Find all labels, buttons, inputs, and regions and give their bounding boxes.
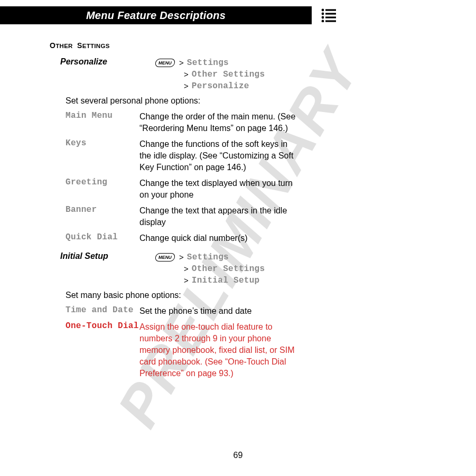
section-title-other-settings: OTHER SETTINGS [50,41,476,50]
gt-icon: > [179,251,184,263]
option-row: Banner Change the text that appears in t… [50,205,476,228]
nav-personalize: Personalize [192,80,249,92]
list-icon [321,6,337,24]
personalize-label: Personalize [50,57,155,92]
nav-line: MENU > Settings [155,251,476,263]
option-row: Keys Change the functions of the soft ke… [50,138,476,173]
option-name-quick-dial: Quick Dial [66,232,139,244]
option-name-time-date: Time and Date [66,305,139,317]
svg-point-6 [322,20,324,22]
personalize-nav-path: MENU > Settings > Other Settings > Perso… [155,57,476,92]
nav-other-settings: Other Settings [192,69,265,80]
initial-setup-intro: Set many basic phone options: [50,291,476,300]
header-bar: Menu Feature Descriptions [0,6,476,24]
option-name-banner: Banner [66,205,139,228]
svg-rect-3 [325,13,336,14]
svg-point-4 [322,16,324,19]
subsection-personalize: Personalize MENU > Settings > Other Sett… [50,57,476,92]
nav-line: > Other Settings [155,263,476,275]
option-row: One-Touch Dial Assign the one-touch dial… [50,321,476,379]
page-content: OTHER SETTINGS Personalize MENU > Settin… [0,24,476,379]
nav-other-settings: Other Settings [192,263,265,275]
nav-settings: Settings [187,57,229,69]
nav-settings: Settings [187,251,229,263]
page-number: 69 [0,451,476,460]
option-name-main-menu: Main Menu [66,111,139,134]
nav-line: > Other Settings [155,69,476,80]
nav-line: > Personalize [155,80,476,92]
option-row: Greeting Change the text displayed when … [50,178,476,201]
option-desc: Change the functions of the soft keys in… [139,138,298,173]
option-row: Quick Dial Change quick dial number(s) [50,232,476,244]
option-desc: Assign the one-touch dial feature to num… [139,321,298,379]
option-desc: Set the phone’s time and date [139,305,298,317]
initial-setup-nav-path: MENU > Settings > Other Settings > Initi… [155,251,476,286]
nav-initial-setup: Initial Setup [192,275,260,286]
option-desc: Change quick dial number(s) [139,232,298,244]
option-name-greeting: Greeting [66,178,139,201]
option-desc: Change the text displayed when you turn … [139,178,298,201]
svg-rect-1 [325,9,336,11]
svg-point-0 [322,9,324,12]
option-desc: Change the text that appears in the idle… [139,205,298,228]
nav-line: MENU > Settings [155,57,476,69]
option-name-keys: Keys [66,138,139,173]
gt-icon: > [184,275,189,286]
gt-icon: > [179,57,184,69]
nav-line: > Initial Setup [155,275,476,286]
initial-setup-label: Initial Setup [50,251,155,286]
gt-icon: > [184,263,189,275]
option-desc: Change the order of the main menu. (See … [139,111,298,134]
option-row: Main Menu Change the order of the main m… [50,111,476,134]
option-name-one-touch-dial: One-Touch Dial [66,321,139,379]
personalize-intro: Set several personal phone options: [50,96,476,106]
option-row: Time and Date Set the phone’s time and d… [50,305,476,317]
svg-rect-5 [325,16,336,18]
menu-key-icon: MENU [155,59,176,67]
gt-icon: > [184,80,189,92]
subsection-initial-setup: Initial Setup MENU > Settings > Other Se… [50,251,476,286]
svg-point-2 [322,13,324,15]
menu-key-icon: MENU [155,253,176,262]
header-title: Menu Feature Descriptions [0,6,312,24]
gt-icon: > [184,69,189,80]
svg-rect-7 [325,20,336,22]
